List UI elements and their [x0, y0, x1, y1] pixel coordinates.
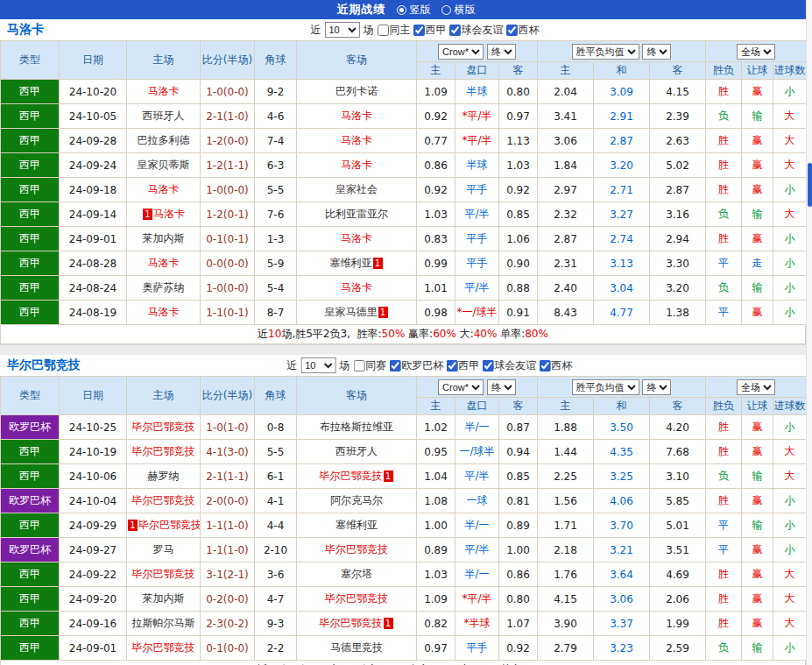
europe-time-select[interactable]: 终 [642, 44, 671, 60]
europe-odds-select[interactable]: 胜平负均值 [572, 44, 639, 60]
europe-time-select[interactable]: 终 [642, 379, 671, 395]
away-team-link[interactable]: 毕尔巴鄂竞技1 [297, 464, 417, 489]
filter-checkbox[interactable] [482, 360, 493, 371]
home-team-link[interactable]: 奥萨苏纳 [127, 276, 201, 301]
odds-draw: 3.21 [594, 538, 650, 562]
handicap-value: 平/半 [455, 464, 499, 489]
europe-odds-select[interactable]: 胜平负均值 [572, 379, 639, 395]
scope-select[interactable]: 全场 [737, 44, 775, 60]
radio-vertical-layout[interactable]: 竖版 [397, 3, 431, 18]
result-handicap: 赢 [742, 153, 773, 178]
filter-checkbox[interactable] [377, 25, 388, 36]
scope-select[interactable]: 全场 [737, 379, 775, 395]
away-water: 0.94 [499, 440, 538, 464]
filter-checkbox[interactable] [389, 360, 400, 371]
away-team-link[interactable]: 毕尔巴鄂竞技 [297, 587, 417, 612]
home-team-link[interactable]: 马洛卡 [127, 80, 201, 104]
home-team-link[interactable]: 皇家贝蒂斯 [127, 153, 201, 178]
match-row: 西甲24-10-19毕尔巴鄂竞技4-1(3-0)5-5西班牙人0.95一/球半0… [1, 440, 807, 464]
match-date: 24-09-16 [60, 612, 127, 636]
away-team-link[interactable]: 塞尔塔 [297, 562, 417, 587]
league-badge: 西甲 [1, 227, 60, 251]
home-team-link[interactable]: 1马洛卡 [127, 202, 201, 227]
away-team-link[interactable]: 马洛卡 [297, 129, 417, 153]
odds-away: 3.20 [650, 276, 706, 301]
home-team-link[interactable]: 马洛卡 [127, 251, 201, 276]
league-badge: 西甲 [1, 636, 60, 661]
result-goals: 大 [773, 153, 807, 178]
away-team-link[interactable]: 马洛卡 [297, 276, 417, 301]
match-count-select[interactable]: 10 [300, 357, 335, 373]
scrollbar-thumb[interactable] [808, 163, 812, 207]
away-team-link[interactable]: 巴列卡诺 [297, 80, 417, 104]
away-team-link[interactable]: 马洛卡 [297, 227, 417, 251]
result-wdl: 负 [706, 104, 742, 129]
home-team-link[interactable]: 毕尔巴鄂竞技 [127, 636, 201, 661]
filter-checkbox[interactable] [413, 25, 424, 36]
home-team-link[interactable]: 马洛卡 [127, 178, 201, 202]
odds-company-select[interactable]: Crow* [438, 379, 484, 395]
league-badge: 欧罗巴杯 [1, 415, 60, 440]
home-team-link[interactable]: 毕尔巴鄂竞技 [127, 440, 201, 464]
col-res-goals: 进球数 [773, 62, 807, 80]
filter-label: 球会友谊 [494, 358, 536, 373]
result-handicap: 赢 [742, 538, 773, 562]
odds-home: 8.43 [538, 301, 594, 325]
scrollbar[interactable] [806, 0, 812, 665]
away-team-link[interactable]: 马洛卡 [297, 153, 417, 178]
away-water: 1.07 [499, 612, 538, 636]
result-handicap: 赢 [742, 301, 773, 325]
away-team-link[interactable]: 皇家社会 [297, 178, 417, 202]
filter-label: 欧罗巴杯 [401, 358, 443, 373]
corner-count: 0-8 [255, 415, 297, 440]
away-team-link[interactable]: 皇家马德里1 [297, 301, 417, 325]
match-count-select[interactable]: 10 [324, 22, 359, 38]
home-team-link[interactable]: 毕尔巴鄂竞技 [127, 415, 201, 440]
away-team-link[interactable]: 阿尔克马尔 [297, 489, 417, 513]
odds-time-select[interactable]: 终 [487, 379, 516, 395]
home-team-link[interactable]: 莱加内斯 [127, 587, 201, 612]
filter-checkbox[interactable] [505, 25, 517, 36]
filter-checkbox[interactable] [448, 25, 460, 36]
match-date: 24-09-01 [60, 636, 127, 661]
away-water: 1.03 [499, 153, 538, 178]
scope-select-cell: 全场 [706, 377, 807, 398]
away-team-link[interactable]: 西班牙人 [297, 440, 417, 464]
away-team-link[interactable]: 毕尔巴鄂竞技 [297, 538, 417, 562]
summary-segment: 40% [474, 328, 498, 340]
filter-checkbox[interactable] [446, 360, 457, 371]
result-goals: 大 [773, 562, 807, 587]
home-team-link[interactable]: 马洛卡 [127, 301, 201, 325]
home-team-link[interactable]: 赫罗纳 [127, 464, 201, 489]
home-team-link[interactable]: 罗马 [127, 538, 201, 562]
home-team-link[interactable]: 西班牙人 [127, 104, 201, 129]
home-team-link[interactable]: 拉斯帕尔马斯 [127, 612, 201, 636]
home-team-link[interactable]: 1毕尔巴鄂竞技 [127, 513, 201, 538]
away-water: 0.85 [499, 202, 538, 227]
col-corner: 角球 [255, 377, 297, 415]
away-team-link[interactable]: 毕尔巴鄂竞技1 [297, 612, 417, 636]
result-wdl: 负 [706, 276, 742, 301]
away-team-link[interactable]: 布拉格斯拉维亚 [297, 415, 417, 440]
result-goals: 小 [773, 513, 807, 538]
handicap-value: 一球 [455, 489, 499, 513]
odds-draw: 3.06 [594, 587, 650, 612]
odds-time-select[interactable]: 终 [487, 44, 516, 60]
away-team-link[interactable]: 塞维利亚1 [297, 251, 417, 276]
odds-company-select[interactable]: Crow* [438, 44, 484, 60]
odds-home: 2.32 [538, 202, 594, 227]
away-team-link[interactable]: 塞维利亚 [297, 513, 417, 538]
away-team-link[interactable]: 比利亚雷亚尔 [297, 202, 417, 227]
away-team-link[interactable]: 马洛卡 [297, 104, 417, 129]
away-team-link[interactable]: 马德里竞技 [297, 636, 417, 661]
radio-horizontal-layout[interactable]: 横版 [441, 3, 476, 18]
filter-checkbox[interactable] [353, 360, 364, 371]
match-date: 24-10-19 [60, 440, 127, 464]
match-row: 西甲24-09-18马洛卡1-0(0-0)5-5皇家社会0.92平手0.922.… [1, 178, 807, 202]
result-goals: 大 [773, 104, 807, 129]
filter-checkbox[interactable] [539, 360, 550, 371]
home-team-link[interactable]: 巴拉多利德 [127, 129, 201, 153]
home-team-link[interactable]: 毕尔巴鄂竞技 [127, 562, 201, 587]
home-team-link[interactable]: 莱加内斯 [127, 227, 201, 251]
home-team-link[interactable]: 毕尔巴鄂竞技 [127, 489, 201, 513]
